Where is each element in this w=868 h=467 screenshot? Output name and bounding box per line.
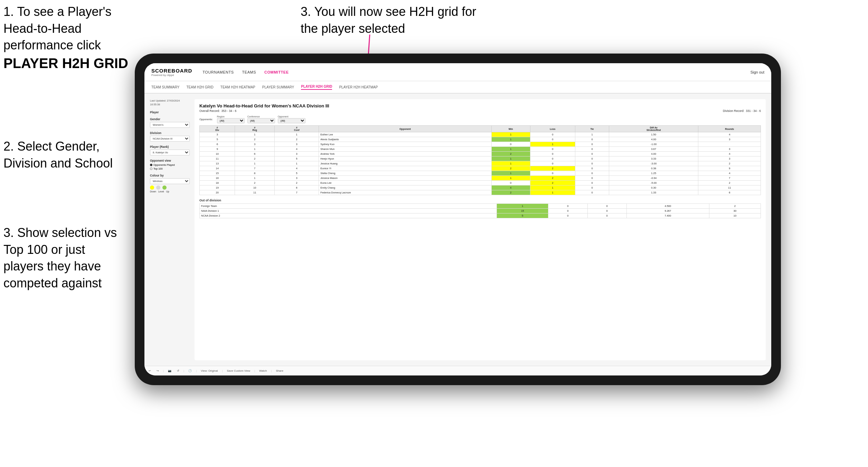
nav-teams[interactable]: TEAMS bbox=[242, 70, 256, 74]
sign-out-link[interactable]: Sign out bbox=[751, 70, 764, 74]
nav-links: TOURNAMENTS TEAMS COMMITTEE bbox=[202, 70, 750, 74]
top100-option[interactable]: Top 100 bbox=[150, 167, 190, 170]
out-of-division-table: Foreign Team 1 0 0 4.500 2 NAIA Division… bbox=[199, 203, 761, 218]
player-rank-select[interactable]: 8. Katelyn Vo bbox=[150, 150, 190, 155]
conference-select[interactable]: (All) bbox=[247, 118, 275, 123]
sub-nav: TEAM SUMMARY TEAM H2H GRID TEAM H2H HEAT… bbox=[144, 81, 771, 94]
step3-top-text: 3. You will now see H2H grid for the pla… bbox=[301, 4, 476, 36]
radio-opponents-played[interactable] bbox=[150, 164, 152, 166]
division-record: Division Record: 331 - 34 - 6 bbox=[723, 109, 761, 113]
table-row: 20 11 7 Federica Domecq Lacroze 2 1 0 1.… bbox=[200, 190, 761, 195]
h2h-table: #Div #Reg #Conf Opponent Win Loss Tie Di… bbox=[199, 125, 761, 195]
right-panel: Katelyn Vo Head-to-Head Grid for Women's… bbox=[195, 99, 766, 360]
left-panel: Last Updated: 27/03/2024 16:55:38 Player… bbox=[150, 99, 190, 360]
opponent-view-label: Opponent view bbox=[150, 159, 190, 162]
share-btn[interactable]: Share bbox=[275, 369, 285, 373]
watch-btn[interactable]: Watch bbox=[258, 369, 268, 373]
col-opponent: Opponent bbox=[319, 126, 491, 132]
player-label: Player bbox=[150, 111, 190, 114]
step2-text: 2. Select Gender, Division and School bbox=[3, 139, 113, 170]
gender-label: Gender bbox=[150, 117, 190, 121]
opponent-played-option[interactable]: Opponents Played bbox=[150, 163, 190, 166]
subnav-team-summary[interactable]: TEAM SUMMARY bbox=[151, 85, 180, 89]
toolbar-undo[interactable]: ↩ bbox=[147, 369, 152, 373]
colour-by-label: Colour by bbox=[150, 174, 190, 177]
step3-bottom-text: 3. Show selection vs Top 100 or just pla… bbox=[3, 226, 117, 290]
table-row: 6 3 3 Sydney Kuo 0 1 0 -1.00 bbox=[200, 142, 761, 147]
radio-top100[interactable] bbox=[150, 168, 152, 170]
tablet-device: SCOREBOARD Powered by clippd TOURNAMENTS… bbox=[135, 54, 781, 385]
col-tie: Tie bbox=[575, 126, 609, 132]
conference-filter: Conference (All) bbox=[247, 115, 275, 123]
out-of-division-row: NAIA Division 1 15 0 0 9.267 30 bbox=[200, 209, 761, 213]
table-row: 9 1 4 Sharon Mun 1 0 0 3.67 3 bbox=[200, 147, 761, 152]
opponent-label: Opponent bbox=[278, 115, 305, 118]
tablet-screen: SCOREBOARD Powered by clippd TOURNAMENTS… bbox=[144, 63, 771, 375]
player-rank-label: Player (Rank) bbox=[150, 145, 190, 149]
gender-section: Gender Women's Men's bbox=[150, 117, 190, 128]
colour-dots bbox=[150, 185, 190, 190]
table-row: 18 2 2 Euna Lee 0 2 0 -5.00 2 bbox=[200, 181, 761, 185]
logo-sub: Powered by clippd bbox=[151, 74, 192, 77]
subnav-player-h2h-heatmap[interactable]: PLAYER H2H HEATMAP bbox=[339, 85, 378, 89]
label-up: Up bbox=[166, 190, 169, 193]
table-row: 14 7 4 Eunice Yi 2 2 0 0.38 9 bbox=[200, 166, 761, 171]
logo-text: SCOREBOARD bbox=[151, 68, 192, 74]
col-rounds: Rounds bbox=[698, 126, 761, 132]
nav-tournaments[interactable]: TOURNAMENTS bbox=[202, 70, 234, 74]
col-diff: Diff AvStrokes/Rnd bbox=[609, 126, 698, 132]
save-custom-btn[interactable]: Save Custom View bbox=[226, 369, 252, 373]
colour-dot-down bbox=[150, 185, 154, 190]
out-of-division-header: Out of division bbox=[199, 199, 761, 202]
subnav-team-h2h-heatmap[interactable]: TEAM H2H HEATMAP bbox=[220, 85, 255, 89]
overall-record: Overall Record: 353 - 34 - 6 bbox=[199, 109, 236, 113]
opponents-label: Opponents: bbox=[199, 118, 213, 121]
main-content: Last Updated: 27/03/2024 16:55:38 Player… bbox=[144, 94, 771, 366]
step1-text: 1. To see a Player's Head-to-Head perfor… bbox=[3, 4, 111, 52]
region-label: Region bbox=[217, 115, 245, 118]
grid-title: Katelyn Vo Head-to-Head Grid for Women's… bbox=[199, 103, 761, 108]
toolbar-camera[interactable]: 📷 bbox=[167, 369, 173, 373]
player-section: Player bbox=[150, 111, 190, 114]
col-win: Win bbox=[491, 126, 530, 132]
nav-right: Sign out bbox=[751, 70, 764, 74]
opponent-filter: Opponent (All) bbox=[278, 115, 305, 123]
subnav-team-h2h-grid[interactable]: TEAM H2H GRID bbox=[187, 85, 214, 89]
toolbar-redo[interactable]: ↪ bbox=[155, 369, 160, 373]
colour-dot-level bbox=[156, 185, 160, 190]
table-row: 3 1 1 Esther Lee 1 0 1 1.50 4 bbox=[200, 132, 761, 137]
region-select[interactable]: (All) bbox=[217, 118, 245, 123]
table-row: 13 1 1 Jessica Huang 1 0 0 -3.00 2 bbox=[200, 161, 761, 166]
nav-committee[interactable]: COMMITTEE bbox=[264, 70, 289, 74]
subnav-player-h2h-grid[interactable]: PLAYER H2H GRID bbox=[301, 85, 332, 90]
player-rank-section: Player (Rank) 8. Katelyn Vo bbox=[150, 145, 190, 155]
colour-by-select[interactable]: Win/loss bbox=[150, 178, 190, 184]
logo-area: SCOREBOARD Powered by clippd bbox=[151, 68, 192, 77]
label-down: Down bbox=[150, 190, 156, 193]
colour-dot-up bbox=[162, 185, 167, 190]
division-select[interactable]: NCAA Division III NCAA Division I NCAA D… bbox=[150, 136, 190, 142]
colour-labels: Down Level Up bbox=[150, 190, 190, 193]
table-row: 5 2 2 Alexis Sudjianto 1 0 0 4.00 3 bbox=[200, 137, 761, 142]
col-div: #Div bbox=[200, 126, 235, 132]
opponent-select[interactable]: (All) bbox=[278, 118, 305, 123]
view-original-btn[interactable]: View: Original bbox=[199, 369, 219, 373]
toolbar-clock[interactable]: 🕐 bbox=[187, 369, 193, 373]
table-row: 11 2 5 Heejo Hyun 1 0 0 3.33 3 bbox=[200, 156, 761, 161]
col-loss: Loss bbox=[530, 126, 575, 132]
instruction-step3-bottom: 3. Show selection vs Top 100 or just pla… bbox=[3, 225, 128, 292]
division-section: Division NCAA Division III NCAA Division… bbox=[150, 131, 190, 142]
table-row: 19 10 6 Emily Chang 4 1 0 0.30 11 bbox=[200, 185, 761, 190]
instruction-step2: 2. Select Gender, Division and School bbox=[3, 138, 128, 172]
step1-bold: PLAYER H2H GRID bbox=[3, 56, 128, 71]
opponent-view-section: Opponent view Opponents Played Top 100 bbox=[150, 159, 190, 170]
toolbar-refresh[interactable]: ↺ bbox=[176, 369, 181, 373]
col-reg: #Reg bbox=[235, 126, 274, 132]
out-of-division-row: NCAA Division 2 5 0 0 7.400 10 bbox=[200, 213, 761, 218]
col-conf: #Conf bbox=[274, 126, 319, 132]
gender-select[interactable]: Women's Men's bbox=[150, 122, 190, 128]
grid-filter-row: Opponents: Region (All) Conference (All) bbox=[199, 115, 761, 123]
subnav-player-summary[interactable]: PLAYER SUMMARY bbox=[262, 85, 294, 89]
region-filter: Region (All) bbox=[217, 115, 245, 123]
colour-section: Colour by Win/loss Down Level Up bbox=[150, 174, 190, 193]
